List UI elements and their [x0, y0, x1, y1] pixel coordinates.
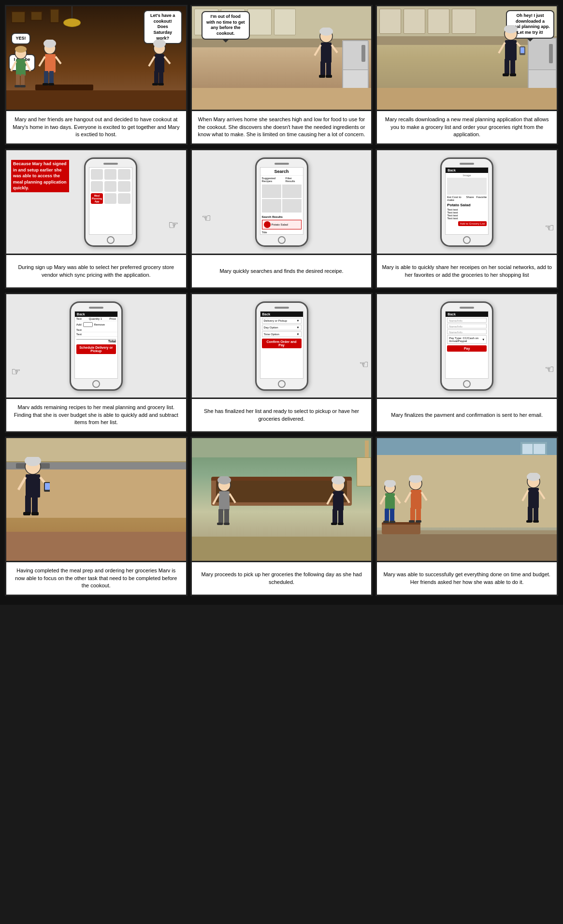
filter-row: Suggested RecipesFilter Results — [260, 176, 303, 184]
svg-line-82 — [395, 496, 400, 503]
phone-home-btn-7[interactable] — [92, 380, 100, 388]
phone-home-btn-8[interactable] — [278, 380, 286, 388]
search-result-potato[interactable]: Potato Salad — [262, 220, 302, 229]
phone-home-btn-6[interactable] — [463, 236, 471, 244]
svg-rect-25 — [152, 83, 158, 85]
svg-rect-56 — [23, 512, 30, 515]
phone-speaker-7 — [89, 307, 103, 309]
panel-caption-11: Mary proceeds to pick up her groceries t… — [190, 562, 373, 596]
name-field-3[interactable]: Name/Info — [447, 329, 487, 334]
scene-phone-4: Because Mary had signed in and setup ear… — [6, 150, 186, 254]
svg-rect-2 — [16, 59, 26, 76]
svg-rect-20 — [155, 54, 164, 72]
panel-caption-2: When Mary arrives home she searches high… — [190, 111, 373, 145]
back-header-7: Back — [75, 312, 117, 317]
svg-rect-39 — [505, 59, 509, 75]
svg-rect-44 — [520, 47, 524, 53]
meal-planning-icon[interactable]: Meal Planning App — [91, 193, 103, 204]
character-5 — [496, 25, 525, 90]
time-option-dropdown[interactable]: Time Option▼ — [262, 331, 302, 337]
phone-home-btn-9[interactable] — [463, 380, 471, 388]
quantity-input[interactable] — [83, 322, 93, 327]
svg-rect-8 — [20, 85, 26, 87]
panel-group-2: I'm out of food with no time to get any … — [190, 5, 373, 145]
svg-line-32 — [315, 45, 321, 56]
phone-home-btn[interactable] — [107, 236, 115, 244]
search-result-title: TitleText — [260, 230, 303, 235]
phone-screen-7: Back TextQuantity 1Price Add Remove Text — [74, 311, 118, 379]
svg-line-24 — [164, 57, 170, 64]
svg-rect-102 — [533, 520, 539, 523]
panel-group-1: Let's have a cookout! Does Saturday work… — [5, 5, 188, 145]
svg-line-15 — [56, 57, 61, 64]
svg-rect-12 — [44, 71, 48, 85]
panel-image-2: I'm out of food with no time to get any … — [190, 5, 373, 111]
svg-line-90 — [405, 492, 411, 502]
phone-home-btn-5[interactable] — [278, 236, 286, 244]
character-house-2 — [404, 475, 428, 536]
panel-image-10 — [5, 437, 188, 562]
day-option-dropdown[interactable]: Day Option▼ — [262, 325, 302, 330]
panel-group-12: Mary was able to successfully get everyt… — [375, 437, 558, 596]
panel-image-5: Search Suggested RecipesFilter Results — [190, 149, 373, 255]
name-field-1[interactable]: Name/Info — [447, 318, 487, 323]
phone-mockup-4: Meal Planning App — [84, 157, 137, 247]
phone-speaker-8 — [274, 307, 289, 309]
row-4: Having completed the meal prep and order… — [5, 437, 558, 596]
pay-type-dropdown[interactable]: Pay Type: CC/Cash on Arrival/Paypal▼ — [447, 335, 487, 344]
storyboard: Let's have a cookout! Does Saturday work… — [0, 0, 563, 605]
speech-bubble-4: I'm out of food with no time to get any … — [202, 11, 250, 40]
character-house-3 — [520, 473, 547, 536]
delivery-pickup-dropdown[interactable]: Delivery or Pickup▼ — [262, 318, 302, 324]
phone-mockup-6: Back Image Est Cost to make Share Favori… — [440, 157, 493, 247]
svg-line-72 — [327, 494, 333, 504]
svg-rect-65 — [217, 523, 223, 525]
svg-rect-84 — [390, 521, 395, 523]
panel-group-3: Oh hey! I just downloaded a meal plannin… — [375, 5, 558, 145]
panel-group-5: Search Suggested RecipesFilter Results — [190, 149, 373, 289]
svg-rect-87 — [411, 490, 421, 509]
grocery-add-remove: Add Remove — [75, 321, 117, 328]
speech-bubble-1: Let's have a cookout! Does Saturday work… — [144, 10, 182, 44]
confirm-order-btn[interactable]: Confirm Order and Pay — [262, 339, 302, 348]
panel-caption-8: She has finalized her list and ready to … — [190, 399, 373, 433]
schedule-delivery-btn[interactable]: Schedule Delivery or Pickup — [76, 344, 116, 354]
svg-line-52 — [18, 477, 26, 490]
favorite-btn[interactable]: Favorite — [476, 196, 487, 201]
svg-rect-30 — [320, 61, 325, 77]
svg-rect-69 — [333, 491, 344, 511]
scene-phone-5: Search Suggested RecipesFilter Results — [192, 150, 372, 254]
svg-rect-40 — [510, 59, 515, 75]
character-2 — [38, 40, 62, 93]
svg-rect-34 — [319, 75, 325, 78]
row-1: Let's have a cookout! Does Saturday work… — [5, 5, 558, 145]
character-store-1 — [211, 476, 238, 539]
svg-rect-26 — [158, 83, 164, 85]
svg-rect-7 — [14, 85, 20, 87]
svg-rect-78 — [385, 493, 395, 510]
pay-btn[interactable]: Pay — [447, 345, 487, 352]
phone-screen-6: Back Image Est Cost to make Share Favori… — [445, 167, 489, 235]
panel-caption-1: Mary and her friends are hangout out and… — [5, 111, 188, 145]
share-btn[interactable]: Share — [466, 196, 474, 201]
svg-rect-13 — [49, 71, 54, 85]
cursor-hand-5: ☞ — [202, 212, 211, 225]
svg-rect-88 — [410, 508, 415, 522]
panel-image-6: Back Image Est Cost to make Share Favori… — [375, 149, 558, 255]
panel-image-3: Oh hey! I just downloaded a meal plannin… — [375, 5, 558, 111]
svg-rect-4 — [21, 74, 25, 86]
phone-speaker-9 — [460, 307, 474, 309]
svg-line-63 — [213, 494, 219, 504]
character-house-1 — [379, 480, 401, 536]
add-to-grocery-list-btn[interactable]: Add to Grocery List — [458, 221, 487, 226]
svg-rect-79 — [385, 509, 389, 522]
panel-image-1: Let's have a cookout! Does Saturday work… — [5, 5, 188, 111]
grocery-item-1: Text — [75, 328, 117, 332]
svg-line-91 — [421, 492, 427, 500]
total-row: Total — [76, 339, 116, 343]
name-field-2[interactable]: Name/Info — [447, 324, 487, 328]
svg-rect-38 — [505, 40, 517, 60]
phone-mockup-7: Back TextQuantity 1Price Add Remove Text — [70, 301, 123, 391]
row-3: Back TextQuantity 1Price Add Remove Text — [5, 293, 558, 433]
panel-caption-9: Mary finalizes the pavment and confirmat… — [375, 399, 558, 433]
